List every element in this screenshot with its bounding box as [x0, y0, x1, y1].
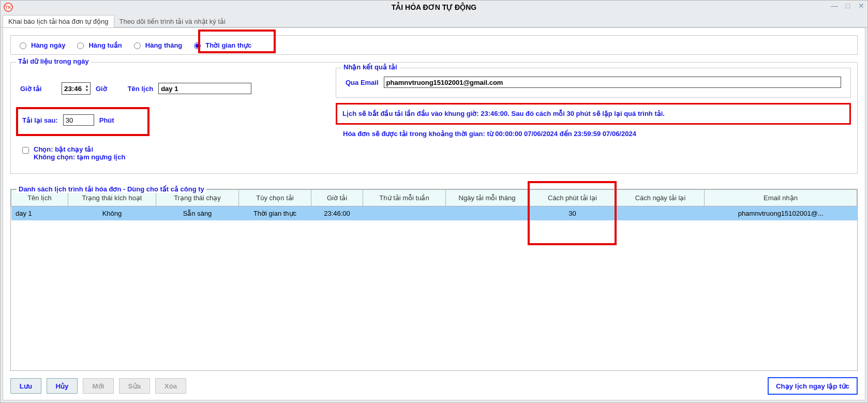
table-row[interactable]: day 1 Không Sẵn sàng Thời gian thực 23:4… [11, 206, 857, 221]
button-row: Lưu Hủy Mới Sửa Xóa Chạy lịch ngay lập t… [10, 377, 858, 395]
col-cach-ngay[interactable]: Cách ngày tải lại [617, 190, 705, 206]
tab-content: Hàng ngày Hàng tuần Hàng tháng Thời gian… [3, 27, 865, 400]
col-thu-tai[interactable]: Thứ tải mỗi tuần [363, 190, 446, 206]
app-icon: TK [4, 3, 13, 12]
cancel-button[interactable]: Hủy [47, 378, 78, 394]
run-now-button[interactable]: Chạy lịch ngay lập tức [768, 377, 858, 395]
table-legend: Danh sách lịch trình tải hóa đơn - Dùng … [17, 185, 206, 193]
frequency-fieldset: Hàng ngày Hàng tuần Hàng tháng Thời gian… [10, 35, 858, 55]
radio-monthly[interactable]: Hàng tháng [131, 41, 183, 49]
window-title: TẢI HÓA ĐƠN TỰ ĐỘNG [392, 3, 476, 11]
chk-line1: Chọn: bật chạy tải [34, 145, 125, 153]
col-ngay-tai[interactable]: Ngày tải mỗi tháng [446, 190, 529, 206]
enable-run-checkbox[interactable] [22, 147, 29, 154]
tai-lai-sau-label: Tải lại sau: [22, 116, 58, 124]
minimize-icon[interactable]: — [830, 2, 839, 10]
tab-strip: Khai báo lịch tải hóa đơn tự động Theo d… [1, 14, 867, 27]
schedule-start-message: Lịch sẽ bắt đầu tải lần đầu vào khung gi… [336, 103, 851, 125]
ten-lich-label: Tên lịch [128, 85, 154, 93]
col-email-nhan[interactable]: Email nhận [705, 190, 857, 206]
time-spinner[interactable]: ▲▼ [62, 82, 91, 95]
tab-schedule-config[interactable]: Khai báo lịch tải hóa đơn tự động [3, 15, 114, 27]
close-icon[interactable]: ✕ [857, 2, 865, 10]
result-box: Nhận kết quả tải Qua Email [336, 68, 851, 98]
email-input[interactable] [384, 77, 841, 88]
save-button[interactable]: Lưu [10, 378, 41, 394]
gio-label: Giờ [96, 85, 107, 93]
phut-label: Phút [99, 116, 114, 124]
title-bar: TK TẢI HÓA ĐƠN TỰ ĐỘNG — □ ✕ [1, 1, 867, 14]
new-button[interactable]: Mới [83, 378, 114, 394]
radio-weekly[interactable]: Hàng tuần [74, 41, 122, 49]
tab-progress-log[interactable]: Theo dõi tiến trình tải và nhật ký tải [114, 16, 231, 27]
col-gio-tai[interactable]: Giờ tải [311, 190, 363, 206]
edit-button[interactable]: Sửa [119, 378, 150, 394]
radio-realtime[interactable]: Thời gian thực [191, 41, 251, 49]
daily-data-fieldset: Tải dữ liệu trong ngày Giờ tải ▲▼ Giờ Tê… [10, 62, 858, 174]
email-label: Qua Email [346, 79, 379, 86]
result-legend: Nhận kết quả tải [341, 63, 399, 71]
app-window: TK TẢI HÓA ĐƠN TỰ ĐỘNG — □ ✕ Khai báo lị… [0, 0, 868, 403]
reload-minutes-input[interactable] [63, 114, 94, 126]
chk-line2: Không chọn: tạm ngưng lịch [34, 153, 125, 161]
delete-button[interactable]: Xóa [155, 378, 186, 394]
schedule-table: Tên lịch Trạng thái kích hoạt Trạng thái… [10, 189, 858, 371]
col-tuy-chon-tai[interactable]: Tùy chọn tải [239, 190, 311, 206]
gio-tai-label: Giờ tải [20, 85, 56, 93]
time-range-message: Hóa đơn sẽ được tải trong khoảng thời gi… [336, 125, 851, 139]
maximize-icon[interactable]: □ [844, 2, 852, 10]
col-cach-phut[interactable]: Cách phút tải lại [529, 190, 617, 206]
schedule-name-input[interactable] [158, 83, 251, 94]
spin-down-icon[interactable]: ▼ [85, 88, 89, 93]
daily-legend: Tải dữ liệu trong ngày [16, 57, 91, 65]
time-input[interactable] [62, 83, 84, 94]
radio-daily[interactable]: Hàng ngày [17, 41, 65, 49]
